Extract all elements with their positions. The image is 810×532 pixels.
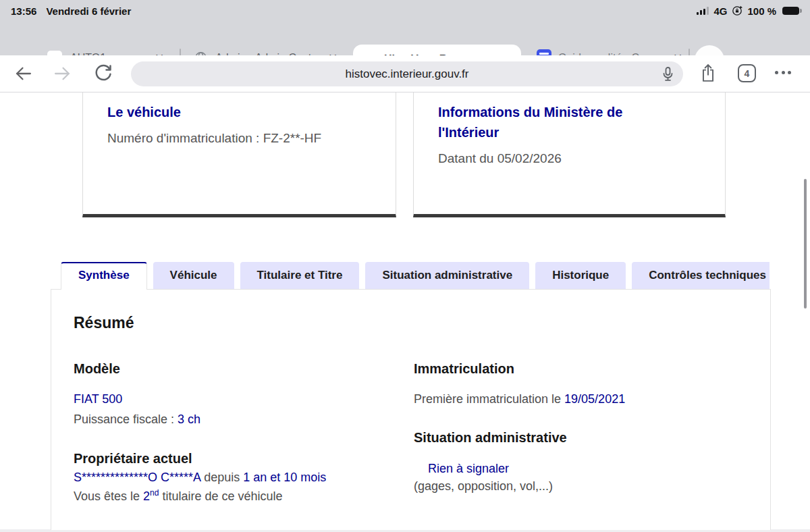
battery-icon	[782, 7, 799, 16]
registration-line: Première immatriculation le 19/05/2021	[414, 392, 625, 406]
tab-historique[interactable]: Historique	[535, 262, 626, 289]
owner-masked-name: S**************O C*****A	[74, 471, 200, 484]
status-date: Vendredi 6 février	[46, 5, 131, 17]
situation-note: (gages, opposition, vol,...)	[414, 479, 553, 494]
tab-controles-techniques[interactable]: Contrôles techniques	[632, 262, 770, 289]
tab-count: 4	[745, 68, 750, 79]
tab-vehicule[interactable]: Véhicule	[153, 262, 234, 289]
owner-duration: 1 an et 10 mois	[243, 471, 326, 484]
url-text: histovec.interieur.gouv.fr	[346, 68, 469, 81]
fiscal-power-label: Puissance fiscale :	[74, 413, 178, 426]
card-body: Numéro d'immatriculation : FZ-2**-HF	[107, 131, 371, 146]
browser-nav-bar: histovec.interieur.gouv.fr 4	[0, 55, 810, 92]
vehicle-card: Le véhicule Numéro d'immatriculation : F…	[82, 92, 396, 217]
situation-status: Rien à signaler	[428, 462, 509, 476]
card-title: Informations du Ministère de l'Intérieur	[438, 102, 668, 142]
ministry-info-card: Informations du Ministère de l'Intérieur…	[413, 92, 726, 217]
network-type: 4G	[713, 5, 727, 17]
owner-depuis: depuis	[200, 471, 243, 484]
browser-tab-strip: AUTO1 ✕ Admin - Admin Center ✕ HistoVec …	[0, 20, 810, 55]
tab-synthese[interactable]: Synthèse	[61, 262, 147, 290]
holder-number: 2	[143, 489, 150, 503]
owner-heading: Propriétaire actuel	[74, 451, 192, 467]
url-bar[interactable]: histovec.interieur.gouv.fr	[131, 61, 683, 86]
card-body: Datant du 05/02/2026	[438, 151, 701, 166]
situation-heading: Situation administrative	[414, 430, 567, 446]
back-button[interactable]	[14, 65, 33, 85]
forward-button[interactable]	[53, 65, 72, 85]
tab-titulaire-et-titre[interactable]: Titulaire et Titre	[240, 262, 360, 289]
synthese-panel: Résumé Modèle FIAT 500 Puissance fiscale…	[51, 289, 771, 530]
tab-overview-button[interactable]: 4	[738, 64, 756, 82]
fiscal-power-value: 3 ch	[178, 413, 200, 426]
more-options-icon[interactable]	[775, 71, 791, 74]
model-heading: Modèle	[74, 361, 120, 377]
signal-strength-icon	[697, 7, 709, 15]
ipad-screen: 13:56 Vendredi 6 février 4G 100 %	[0, 0, 810, 532]
summary-heading: Résumé	[74, 314, 134, 332]
microphone-icon[interactable]	[661, 66, 675, 86]
share-icon[interactable]	[699, 63, 717, 86]
status-time: 13:56	[11, 5, 36, 17]
rotation-lock-icon	[732, 5, 742, 16]
holder-prefix: Vous êtes le	[74, 489, 143, 503]
card-title: Le véhicule	[107, 102, 371, 122]
battery-percent: 100 %	[747, 5, 776, 17]
owner-line: S**************O C*****A depuis 1 an et …	[74, 471, 326, 485]
reload-button[interactable]	[93, 63, 113, 86]
holder-ordinal: nd	[150, 488, 159, 498]
holder-suffix: titulaire de ce véhicule	[159, 489, 282, 503]
model-value: FIAT 500	[74, 392, 122, 406]
page-scroll-thumb[interactable]	[804, 179, 807, 309]
registration-date: 19/05/2021	[564, 392, 625, 406]
status-bar: 13:56 Vendredi 6 février 4G 100 %	[0, 0, 810, 20]
fiscal-power-line: Puissance fiscale : 3 ch	[74, 413, 200, 427]
holder-line: Vous êtes le 2nd titulaire de ce véhicul…	[74, 488, 283, 504]
report-tabs: Synthèse Véhicule Titulaire et Titre Sit…	[61, 262, 770, 290]
registration-heading: Immatriculation	[414, 361, 514, 377]
registration-label: Première immatriculation le	[414, 392, 564, 406]
tab-situation-administrative[interactable]: Situation administrative	[365, 262, 529, 289]
